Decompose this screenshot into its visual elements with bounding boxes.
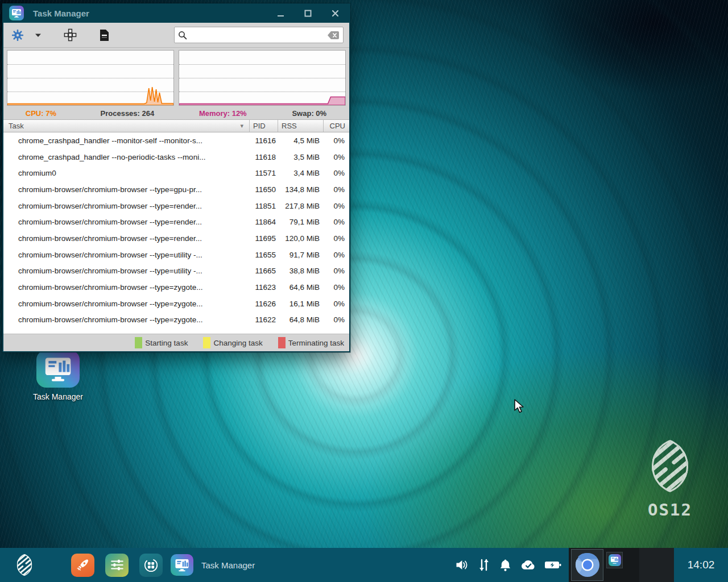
cell-pid: 11622 [249, 315, 278, 324]
table-row[interactable]: chromium-browser/chromium-browser --type… [3, 214, 349, 230]
cell-task: chromium-browser/chromium-browser --type… [3, 185, 249, 194]
document-icon [99, 29, 110, 41]
cell-task: chromium-browser/chromium-browser --type… [3, 251, 249, 259]
memory-status: Memory: 12% [199, 109, 247, 118]
memory-graph [179, 50, 346, 106]
table-row[interactable]: chromium-browser/chromium-browser --type… [3, 263, 349, 280]
table-row[interactable]: chromium-browser/chromium-browser --type… [3, 247, 349, 263]
desktop-shortcut-task-manager[interactable]: Task Manager [18, 350, 98, 401]
cell-cpu: 0% [323, 169, 349, 177]
os-lens-logo-icon [650, 439, 690, 493]
app-grid-button[interactable] [139, 554, 163, 577]
taskbar-app-icon [171, 554, 193, 576]
cell-rss: 3,4 MiB [278, 169, 323, 177]
cell-task: chromium-browser/chromium-browser --type… [3, 202, 249, 210]
taskbar-clock[interactable]: 14:02 [674, 548, 728, 582]
move-process-button[interactable] [61, 26, 78, 44]
cell-cpu: 0% [323, 315, 349, 324]
clear-search-icon[interactable] [327, 31, 340, 40]
task-manager-tray-button[interactable] [606, 552, 623, 568]
cell-task: chrome_crashpad_handler --monitor-self -… [3, 136, 249, 145]
cell-rss: 16,1 MiB [278, 300, 323, 308]
cell-rss: 64,6 MiB [278, 283, 323, 292]
battery-icon[interactable] [544, 560, 561, 570]
settings-sliders-button[interactable] [105, 554, 129, 577]
chromium-icon [575, 552, 600, 577]
cell-pid: 11864 [249, 218, 278, 226]
search-icon [178, 31, 187, 40]
window-title: Task Manager [33, 9, 89, 18]
cell-cpu: 0% [323, 218, 349, 226]
cell-pid: 11650 [249, 185, 278, 194]
cpu-graph [7, 50, 174, 106]
search-box [174, 27, 344, 43]
column-header-cpu[interactable]: CPU [323, 120, 349, 132]
chromium-tray-button[interactable] [571, 549, 603, 581]
cpu-status: CPU: 7% [26, 109, 56, 118]
table-row[interactable]: chromium0115713,4 MiB0% [3, 165, 349, 181]
notifications-bell-icon[interactable] [499, 558, 512, 572]
cell-cpu: 0% [323, 267, 349, 275]
tray-dark-section [569, 548, 674, 582]
tray-divider [639, 548, 674, 582]
cell-cpu: 0% [323, 185, 349, 194]
os-menu-button[interactable] [13, 554, 36, 577]
cell-task: chromium-browser/chromium-browser --type… [3, 218, 249, 226]
search-input[interactable] [189, 30, 325, 40]
details-button[interactable] [96, 26, 113, 44]
cell-rss: 79,1 MiB [278, 218, 323, 226]
table-row[interactable]: chromium-browser/chromium-browser --type… [3, 230, 349, 247]
legend-starting-task: Starting task [135, 337, 188, 348]
table-row[interactable]: chrome_crashpad_handler --monitor-self -… [3, 132, 349, 149]
cell-rss: 217,8 MiB [278, 202, 323, 210]
taskbar-window-label: Task Manager [201, 560, 255, 570]
legend-yellow-swatch [203, 337, 210, 348]
swap-status: Swap: 0% [292, 109, 326, 118]
table-row[interactable]: chromium-browser/chromium-browser --type… [3, 279, 349, 296]
task-manager-tray-icon [609, 554, 621, 566]
cell-pid: 11695 [249, 234, 278, 243]
window-app-icon [9, 6, 24, 20]
rocket-launcher-button[interactable] [71, 554, 94, 577]
task-manager-window: Task Manager [2, 3, 350, 352]
graphs-section [3, 48, 349, 107]
app-grid-icon [143, 558, 159, 573]
titlebar[interactable]: Task Manager [3, 3, 349, 23]
cell-rss: 134,8 MiB [278, 185, 323, 194]
cell-task: chromium-browser/chromium-browser --type… [3, 234, 249, 243]
volume-icon[interactable] [455, 559, 469, 571]
maximize-button[interactable] [303, 8, 313, 18]
screen: OS12 Task Manager [0, 0, 728, 582]
cell-pid: 11626 [249, 300, 278, 308]
cell-cpu: 0% [323, 300, 349, 308]
cell-task: chromium-browser/chromium-browser --type… [3, 300, 249, 308]
taskbar-window-button[interactable]: Task Manager [168, 551, 263, 579]
desktop-icon-label: Task Manager [18, 392, 98, 401]
cell-task: chromium-browser/chromium-browser --type… [3, 315, 249, 324]
settings-dropdown-button[interactable] [30, 26, 47, 44]
column-header-pid[interactable]: PID [249, 120, 278, 132]
close-button[interactable] [330, 8, 340, 18]
chevron-down-icon [35, 33, 42, 38]
cell-pid: 11655 [249, 251, 278, 259]
task-manager-icon [11, 9, 22, 18]
settings-button[interactable] [9, 26, 26, 44]
legend-changing-task: Changing task [203, 337, 262, 348]
cell-cpu: 0% [323, 234, 349, 243]
toolbar [3, 23, 349, 48]
table-row[interactable]: chromium-browser/chromium-browser --type… [3, 312, 349, 329]
os-logo-text: OS12 [644, 500, 696, 519]
network-traffic-icon[interactable] [478, 558, 490, 572]
table-row[interactable]: chromium-browser/chromium-browser --type… [3, 198, 349, 214]
table-row[interactable]: chromium-browser/chromium-browser --type… [3, 296, 349, 312]
table-row[interactable]: chrome_crashpad_handler --no-periodic-ta… [3, 149, 349, 165]
cell-rss: 120,0 MiB [278, 234, 323, 243]
cloud-sync-icon[interactable] [520, 559, 536, 571]
status-bar: CPU: 7% Processes: 264 Memory: 12% Swap:… [3, 107, 349, 119]
column-header-task[interactable]: Task ▾ [3, 120, 249, 132]
column-header-rss[interactable]: RSS [278, 120, 323, 132]
taskbar: Task Manager [0, 548, 728, 582]
minimize-button[interactable] [275, 8, 286, 18]
table-row[interactable]: chromium-browser/chromium-browser --type… [3, 181, 349, 198]
cell-pid: 11616 [249, 136, 278, 145]
